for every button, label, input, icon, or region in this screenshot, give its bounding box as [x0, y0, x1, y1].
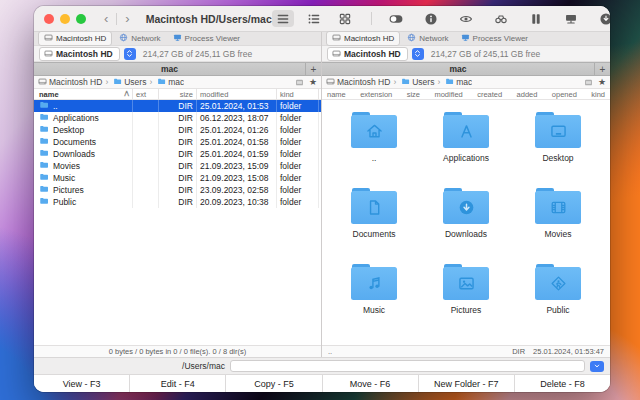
column-header[interactable]: modified	[434, 90, 462, 99]
grid-folder-item[interactable]: Music	[328, 260, 420, 336]
drive-stepper[interactable]	[412, 48, 424, 60]
detail-list-icon[interactable]	[303, 10, 325, 27]
column-header-name[interactable]: nameᐱ	[36, 89, 133, 100]
file-row[interactable]: Applications DIR 06.12.2023, 18:07 folde…	[34, 112, 321, 124]
column-header-size[interactable]: size	[159, 89, 197, 100]
home-icon	[351, 115, 397, 148]
new-tab-button[interactable]: +	[305, 63, 321, 75]
new-tab-button[interactable]: +	[594, 63, 610, 75]
grid-folder-item[interactable]: Desktop	[512, 108, 604, 184]
file-row[interactable]: Public DIR 20.09.2023, 10:38 folder	[34, 196, 321, 208]
grid-folder-item[interactable]: ..	[328, 108, 420, 184]
column-header-modified[interactable]: modified	[197, 89, 277, 100]
grid-folder-item[interactable]: Downloads	[420, 184, 512, 260]
left-panel: Macintosh HD Network Process Viewer	[34, 32, 322, 357]
zoom-button[interactable]	[76, 14, 86, 24]
panel-tab[interactable]: Process Viewer	[168, 32, 245, 45]
panel-tab[interactable]: Macintosh HD	[326, 31, 400, 46]
file-row[interactable]: Downloads DIR 25.01.2024, 01:59 folder	[34, 148, 321, 160]
folder-mini-icon	[39, 148, 49, 160]
column-header[interactable]: added	[517, 90, 538, 99]
grid-folder-item[interactable]: Pictures	[420, 260, 512, 336]
left-drive-row: Macintosh HD 214,27 GB of 245,11 GB free	[34, 46, 321, 62]
folder-icon	[535, 264, 581, 300]
info-icon[interactable]	[420, 10, 442, 27]
list-view-icon[interactable]	[272, 10, 294, 27]
grid-folder-item[interactable]: Public	[512, 260, 604, 336]
column-header[interactable]: name	[327, 90, 346, 99]
grid-view-icon[interactable]	[334, 10, 356, 27]
column-header[interactable]: created	[477, 90, 502, 99]
downloads-icon[interactable]	[595, 10, 610, 27]
left-folder-tabs: mac +	[34, 62, 321, 76]
toolbar-divider	[371, 12, 372, 25]
back-icon[interactable]: ‹	[100, 12, 112, 25]
free-space-label: 214,27 GB of 245,11 GB free	[431, 49, 540, 59]
column-header[interactable]: kind	[591, 90, 605, 99]
column-header[interactable]: size	[407, 90, 420, 99]
drive-icon	[38, 77, 47, 88]
breadcrumb-item[interactable]: mac	[146, 77, 184, 88]
panel-tab[interactable]: Network	[402, 32, 453, 45]
function-key-bar: View - F3Edit - F4Copy - F5Move - F6New …	[34, 374, 610, 392]
icon-grid: .. Applications	[322, 100, 610, 345]
folder-tab-mac[interactable]: mac	[34, 63, 305, 75]
panel-tab[interactable]: Macintosh HD	[38, 31, 112, 46]
function-key-button[interactable]: Copy - F5	[226, 375, 322, 392]
function-key-button[interactable]: Edit - F4	[130, 375, 226, 392]
left-breadcrumb: Macintosh HD Users mac	[34, 76, 321, 89]
drive-icon	[44, 33, 53, 44]
folder-mini-icon	[445, 77, 454, 88]
left-status-bar: 0 bytes / 0 bytes in 0 / 0 file(s). 0 / …	[34, 345, 321, 357]
view-options-icon[interactable]	[295, 78, 304, 87]
breadcrumb-item[interactable]: Macintosh HD	[38, 77, 102, 88]
file-row[interactable]: Desktop DIR 25.01.2024, 01:26 folder	[34, 124, 321, 136]
folder-tab-mac[interactable]: mac	[322, 63, 594, 75]
drive-selector[interactable]: Macintosh HD	[39, 47, 120, 61]
file-row[interactable]: Documents DIR 25.01.2024, 01:58 folder	[34, 136, 321, 148]
grid-folder-item[interactable]: Applications	[420, 108, 512, 184]
breadcrumb-item[interactable]: Users	[102, 77, 146, 88]
folder-icon	[535, 112, 581, 148]
file-row[interactable]: Music DIR 21.09.2023, 15:08 folder	[34, 172, 321, 184]
binoculars-icon[interactable]	[490, 10, 512, 27]
column-header[interactable]: opened	[552, 90, 577, 99]
movies-icon	[535, 191, 581, 224]
minimize-button[interactable]	[60, 14, 70, 24]
column-header-ext[interactable]: ext	[133, 89, 159, 100]
favorites-star-icon[interactable]: ★	[598, 78, 606, 87]
folder-mini-icon	[39, 100, 49, 112]
view-options-icon[interactable]	[584, 78, 593, 87]
network-icon[interactable]	[560, 10, 582, 27]
command-input[interactable]	[230, 360, 585, 372]
forward-icon[interactable]: ›	[121, 12, 133, 25]
file-list: .. DIR 25.01.2024, 01:53 folder Applicat…	[34, 100, 321, 345]
left-tab-strip: Macintosh HD Network Process Viewer	[34, 32, 321, 46]
favorites-star-icon[interactable]: ★	[309, 78, 317, 87]
function-key-button[interactable]: New Folder - F7	[419, 375, 515, 392]
folder-icon	[443, 264, 489, 300]
function-key-button[interactable]: Delete - F8	[515, 375, 610, 392]
column-header[interactable]: extension	[360, 90, 392, 99]
file-row[interactable]: .. DIR 25.01.2024, 01:53 folder	[34, 100, 321, 112]
column-header-kind[interactable]: kind	[277, 89, 319, 100]
drive-stepper[interactable]	[124, 48, 136, 60]
breadcrumb-item[interactable]: Macintosh HD	[326, 77, 390, 88]
file-row[interactable]: Movies DIR 21.09.2023, 15:09 folder	[34, 160, 321, 172]
panel-tab[interactable]: Process Viewer	[456, 32, 533, 45]
grid-folder-item[interactable]: Documents	[328, 184, 420, 260]
breadcrumb-item[interactable]: Users	[390, 77, 434, 88]
drive-selector[interactable]: Macintosh HD	[327, 47, 408, 61]
dual-pane-icon[interactable]	[525, 10, 547, 27]
function-key-button[interactable]: View - F3	[34, 375, 130, 392]
grid-folder-item[interactable]: Movies	[512, 184, 604, 260]
right-status-bar: .. DIR 25.01.2024, 01:53:47	[322, 345, 610, 357]
toggle-icon[interactable]	[385, 10, 407, 27]
function-key-button[interactable]: Move - F6	[323, 375, 419, 392]
eye-icon[interactable]	[455, 10, 477, 27]
close-button[interactable]	[44, 14, 54, 24]
file-row[interactable]: Pictures DIR 23.09.2023, 02:58 folder	[34, 184, 321, 196]
panel-tab[interactable]: Network	[114, 32, 165, 45]
command-history-button[interactable]	[590, 361, 604, 372]
breadcrumb-item[interactable]: mac	[434, 77, 472, 88]
